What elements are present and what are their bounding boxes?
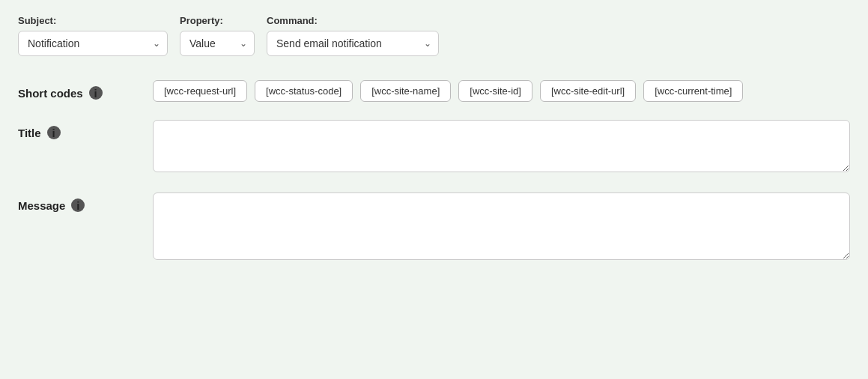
command-select[interactable]: Send email notification <box>267 31 439 56</box>
short-code-badge[interactable]: [wcc-site-edit-url] <box>540 80 636 102</box>
message-input-wrapper <box>153 192 850 262</box>
message-label-group: Message i <box>18 192 153 212</box>
short-codes-info-icon[interactable]: i <box>89 86 103 100</box>
short-code-badge[interactable]: [wcc-site-name] <box>360 80 451 102</box>
subject-select-wrapper: Notification ⌄ <box>18 31 168 56</box>
message-info-icon[interactable]: i <box>71 198 85 212</box>
short-code-badge[interactable]: [wcc-site-id] <box>458 80 532 102</box>
property-select[interactable]: Value <box>180 31 255 56</box>
title-row: Title i <box>18 120 850 175</box>
message-label: Message <box>18 199 65 212</box>
short-codes-badges-container: [wcc-request-url][wcc-status-code][wcc-s… <box>153 80 850 102</box>
title-label: Title <box>18 127 41 139</box>
title-label-group: Title i <box>18 120 153 139</box>
property-select-wrapper: Value ⌄ <box>180 31 255 56</box>
short-codes-title: Short codes <box>18 87 83 100</box>
top-controls: Subject: Notification ⌄ Property: Value … <box>18 15 850 56</box>
message-row: Message i <box>18 192 850 262</box>
subject-label: Subject: <box>18 15 168 26</box>
short-codes-label-group: Short codes i <box>18 80 153 100</box>
short-code-badge[interactable]: [wcc-current-time] <box>643 80 743 102</box>
message-textarea[interactable] <box>153 192 850 260</box>
command-select-wrapper: Send email notification ⌄ <box>267 31 439 56</box>
property-group: Property: Value ⌄ <box>180 15 255 56</box>
title-textarea[interactable] <box>153 120 850 172</box>
short-codes-section: Short codes i [wcc-request-url][wcc-stat… <box>18 80 850 102</box>
subject-group: Subject: Notification ⌄ <box>18 15 168 56</box>
short-code-badge[interactable]: [wcc-status-code] <box>255 80 353 102</box>
property-label: Property: <box>180 15 255 26</box>
title-info-icon[interactable]: i <box>47 126 61 139</box>
short-code-badge[interactable]: [wcc-request-url] <box>153 80 247 102</box>
command-label: Command: <box>267 15 439 26</box>
title-input-wrapper <box>153 120 850 175</box>
command-group: Command: Send email notification ⌄ <box>267 15 439 56</box>
subject-select[interactable]: Notification <box>18 31 168 56</box>
